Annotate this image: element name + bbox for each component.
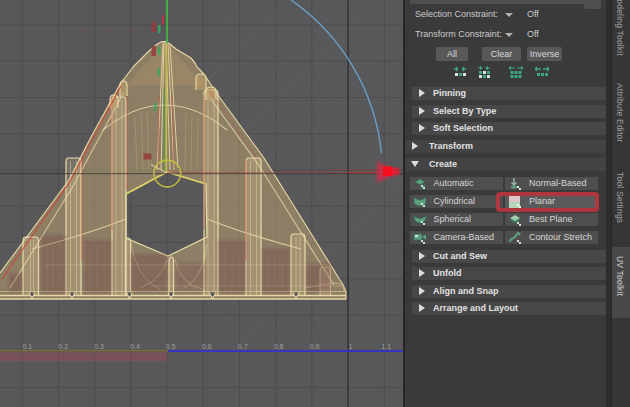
svg-text:0.4: 0.4 — [130, 343, 140, 350]
svg-text:0.3: 0.3 — [94, 343, 104, 350]
svg-text:1.1: 1.1 — [381, 343, 391, 350]
svg-text:0.2: 0.2 — [58, 343, 68, 350]
svg-text:0.6: 0.6 — [202, 343, 212, 350]
svg-text:0.1: 0.1 — [22, 343, 32, 350]
svg-text:0.9: 0.9 — [310, 343, 320, 350]
svg-text:0.7: 0.7 — [238, 343, 248, 350]
svg-text:0.8: 0.8 — [274, 343, 284, 350]
svg-text:0.5: 0.5 — [166, 343, 176, 350]
svg-text:1: 1 — [348, 343, 352, 350]
